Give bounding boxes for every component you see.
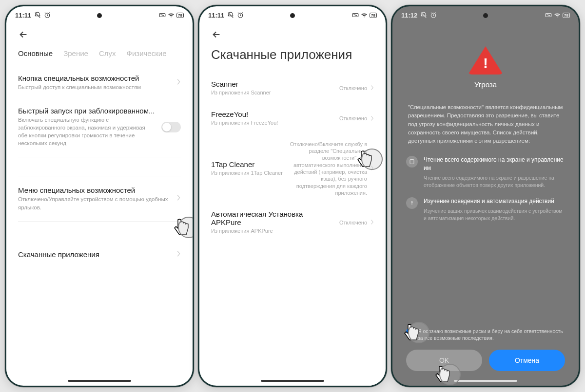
app-status: Отключено/Включите службу в разделе "Спе… (289, 141, 367, 196)
chevron-right-icon (370, 218, 374, 227)
phone-screen-1: 11:11 78 (5, 5, 194, 387)
camera-notch (97, 13, 102, 18)
status-time: 11:11 (208, 12, 224, 19)
alarm-icon (430, 12, 437, 19)
section-divider (18, 221, 181, 241)
chevron-right-icon (176, 194, 181, 203)
item-title: Скачанные приложения (18, 250, 170, 259)
battery-icon: 78 (563, 13, 570, 18)
warning-description: "Специальные возможности" является конфи… (406, 103, 565, 145)
cancel-button[interactable]: Отмена (489, 350, 565, 371)
status-time: 11:12 (401, 12, 417, 19)
nav-home-indicator[interactable] (454, 380, 517, 382)
phone-screen-3: 11:12 78 (391, 5, 580, 387)
app-status: Отключено (339, 219, 367, 226)
alarm-icon (44, 12, 51, 19)
permission-title: Чтение всего содержимого на экране и упр… (424, 156, 565, 172)
app-row-1tap-cleaner[interactable]: 1Tap Cleaner Из приложения 1Tap Cleaner … (211, 134, 374, 203)
app-row-scanner[interactable]: Scanner Из приложения Scanner Отключено (211, 73, 374, 103)
voip-icon (352, 12, 359, 18)
app-name: FreezeYou! (211, 110, 334, 118)
app-source: Из приложения 1Tap Cleaner (211, 169, 284, 177)
camera-notch (290, 13, 295, 18)
battery-level: 78 (178, 13, 182, 18)
item-accessibility-menu[interactable]: Меню специальных возможностей Отключено/… (18, 178, 181, 219)
warning-icon (468, 46, 503, 75)
battery-icon: 78 (176, 13, 184, 18)
tab-vision[interactable]: Зрение (63, 49, 88, 57)
tab-hearing[interactable]: Слух (99, 49, 116, 57)
battery-icon: 78 (370, 13, 377, 18)
alarm-icon (237, 12, 244, 19)
screen-icon (406, 156, 418, 168)
app-source: Из приложения Scanner (211, 89, 334, 96)
voip-icon (159, 12, 166, 18)
chevron-right-icon (176, 78, 181, 87)
wifi-icon (361, 12, 368, 18)
tab-main[interactable]: Основные (18, 49, 53, 57)
ok-button[interactable]: OK (406, 350, 482, 371)
touch-icon (406, 197, 418, 209)
app-row-apkpure[interactable]: Автоматическая Установка APKPure Из прил… (211, 203, 374, 242)
page-title: Скачанные приложения (211, 47, 374, 62)
dialog-buttons: OK Отмена (406, 350, 565, 371)
svg-line-3 (161, 15, 164, 16)
toggle-switch[interactable] (161, 122, 181, 132)
item-accessibility-button[interactable]: Кнопка специальных возможностей Быстрый … (18, 66, 181, 99)
app-row-freezeyou[interactable]: FreezeYou! Из приложения FreezeYou! Откл… (211, 103, 374, 133)
item-subtitle: Включать специальную функцию с заблокиро… (18, 116, 156, 147)
permission-read-screen: Чтение всего содержимого на экране и упр… (406, 156, 565, 188)
back-button[interactable] (18, 29, 30, 40)
category-tabs: Основные Зрение Слух Физические (18, 49, 181, 57)
app-status: Отключено (339, 85, 367, 92)
permission-automation: Изучение поведения и автоматизация дейст… (406, 197, 565, 222)
chevron-right-icon (370, 114, 374, 123)
app-status: Отключено (339, 115, 367, 122)
alarm-off-icon (34, 12, 41, 19)
app-name: Scanner (211, 80, 334, 88)
item-title: Быстрый запуск при заблокированном... (18, 107, 156, 115)
item-subtitle: Отключено/Управляйте устройством с помощ… (18, 195, 170, 211)
item-quick-launch-locked[interactable]: Быстрый запуск при заблокированном... Вк… (18, 99, 181, 155)
section-divider (18, 157, 181, 176)
tab-physical[interactable]: Физические (127, 49, 167, 57)
item-title: Кнопка специальных возможностей (18, 74, 170, 82)
app-source: Из приложения FreezeYou! (211, 119, 334, 127)
svg-line-7 (354, 15, 357, 16)
permission-subtitle: Изучение ваших привычек взаимодействия с… (424, 207, 565, 222)
wifi-icon (168, 12, 175, 18)
warning-header: Угроза (406, 22, 565, 103)
chevron-right-icon (176, 250, 181, 259)
app-name: 1Tap Cleaner (211, 160, 284, 168)
item-subtitle: Быстрый доступ к специальным возможностя… (18, 83, 170, 91)
battery-level: 78 (564, 13, 568, 18)
permission-title: Изучение поведения и автоматизация дейст… (424, 197, 565, 205)
consent-text: Я осознаю возможные риски и беру на себя… (418, 328, 565, 342)
app-name: Автоматическая Установка APKPure (211, 210, 334, 226)
svg-line-11 (547, 15, 550, 16)
phone-screen-2: 11:11 78 (198, 5, 387, 387)
alarm-off-icon (227, 12, 234, 19)
battery-level: 78 (371, 13, 375, 18)
camera-notch (483, 13, 488, 18)
item-downloaded-apps[interactable]: Скачанные приложения (18, 243, 181, 267)
back-button[interactable] (211, 29, 223, 40)
warning-title: Угроза (474, 80, 497, 89)
app-source: Из приложения APKPure (211, 227, 334, 235)
alarm-off-icon (420, 12, 427, 19)
consent-radio[interactable] (406, 328, 413, 335)
wifi-icon (554, 12, 561, 18)
nav-home-indicator[interactable] (261, 380, 324, 382)
item-title: Меню специальных возможностей (18, 186, 170, 194)
permission-subtitle: Чтение всего содержимого на экране и раз… (424, 174, 565, 188)
chevron-right-icon (370, 84, 374, 93)
consent-checkbox-row[interactable]: Я осознаю возможные риски и беру на себя… (406, 328, 565, 342)
voip-icon (545, 12, 552, 18)
svg-rect-12 (410, 160, 414, 164)
nav-home-indicator[interactable] (68, 380, 131, 382)
status-time: 11:11 (15, 12, 31, 19)
chevron-right-icon (370, 164, 374, 173)
svg-point-13 (411, 202, 413, 203)
